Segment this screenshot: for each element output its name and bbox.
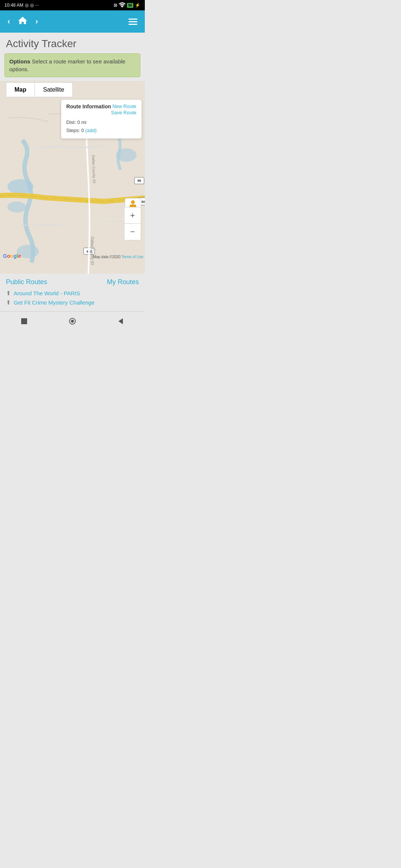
map-data-text: Map data ©2020 Terms of Use (93, 255, 145, 259)
zoom-out-button[interactable]: − (124, 224, 141, 240)
route-info-title: Route Information (66, 103, 111, 109)
hamburger-line1 (128, 19, 137, 20)
routes-header: Public Routes My Routes (6, 278, 139, 286)
map-tab[interactable]: Map (6, 82, 35, 97)
nav-controls: ‹ › (7, 16, 38, 28)
save-route-link[interactable]: Save Route (111, 110, 136, 115)
svg-text:Dallas County 43: Dallas County 43 (90, 237, 94, 265)
route-icon-1: ⬆ (6, 290, 11, 297)
routes-section: Public Routes My Routes ⬆ Around The Wor… (0, 274, 145, 311)
stop-button[interactable] (20, 317, 28, 325)
hamburger-line3 (128, 24, 137, 25)
zoom-controls: + − (124, 207, 141, 240)
add-steps-link[interactable]: (add) (85, 128, 97, 133)
svg-text:88: 88 (137, 179, 141, 183)
forward-button[interactable]: › (35, 17, 38, 26)
circle-icon: ◎ (30, 3, 34, 8)
home-nav-button[interactable] (68, 317, 76, 325)
terms-link[interactable]: Terms of Use (121, 255, 143, 259)
location-icon: ◎ (25, 3, 29, 8)
options-banner: Options Select a route marker to see ava… (4, 53, 140, 77)
public-routes-label: Public Routes (6, 278, 47, 286)
svg-rect-15 (21, 318, 27, 324)
route-info-stats: Dist: 0 mi Steps: 0 (add) (66, 118, 136, 135)
route-info-links: New Route Save Route (111, 103, 136, 115)
menu-button[interactable] (128, 19, 137, 25)
map-container[interactable]: Map Satellite 80 88 402 (0, 81, 145, 274)
svg-point-17 (71, 320, 74, 322)
route-link-paris[interactable]: Around The World - PARIS (14, 290, 80, 296)
wifi-icon (119, 2, 125, 9)
status-right: ⊠ 96 ⚡ (114, 2, 140, 9)
back-button[interactable]: ‹ (7, 17, 10, 26)
svg-text:80: 80 (141, 200, 145, 204)
route-info-panel: Route Information New Route Save Route D… (61, 99, 142, 139)
list-item: ⬆ Get Fit Crime Mystery Challenge (6, 299, 139, 306)
status-bar: 10:48 AM ◎ ◎ ··· ⊠ 96 ⚡ (0, 0, 145, 10)
google-brand: Google (3, 253, 21, 259)
list-item: ⬆ Around The World - PARIS (6, 290, 139, 297)
time-display: 10:48 AM (4, 3, 23, 8)
back-nav-button[interactable] (117, 317, 125, 325)
satellite-tab[interactable]: Satellite (35, 82, 73, 97)
dist-stat: Dist: 0 mi (66, 118, 136, 126)
zoom-in-button[interactable]: + (124, 207, 141, 224)
status-left: 10:48 AM ◎ ◎ ··· (4, 3, 39, 8)
bottom-nav (0, 311, 145, 331)
new-route-link[interactable]: New Route (113, 103, 136, 109)
home-button[interactable] (17, 16, 28, 28)
options-label: Options (9, 58, 30, 65)
map-toggle: Map Satellite (6, 82, 73, 97)
svg-point-3 (7, 201, 26, 213)
hamburger-line2 (128, 21, 137, 22)
route-link-mystery[interactable]: Get Fit Crime Mystery Challenge (14, 299, 95, 306)
close-icon: ⊠ (114, 3, 117, 8)
my-routes-label: My Routes (107, 278, 139, 286)
battery-display: 96 (127, 3, 133, 8)
charging-icon: ⚡ (135, 3, 140, 8)
steps-stat: Steps: 0 (add) (66, 126, 136, 135)
route-info-header: Route Information New Route Save Route (66, 103, 136, 115)
steps-label: Steps: 0 (66, 128, 85, 133)
svg-point-2 (7, 179, 33, 194)
route-list: ⬆ Around The World - PARIS ⬆ Get Fit Cri… (6, 290, 139, 306)
route-icon-2: ⬆ (6, 299, 11, 306)
map-copyright: Map data ©2020 (93, 255, 120, 259)
page-title: Activity Tracker (0, 33, 145, 53)
top-nav: ‹ › (0, 10, 145, 33)
svg-point-14 (131, 200, 135, 204)
svg-marker-18 (118, 318, 123, 324)
dots-icon: ··· (35, 3, 39, 8)
